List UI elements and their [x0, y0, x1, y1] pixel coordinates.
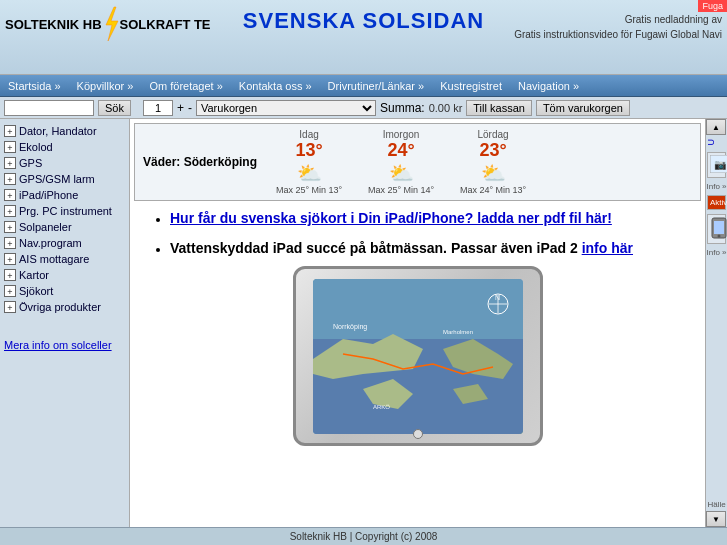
top-bar: SOLTEKNIK HB SOLKRAFT TE SVENSKA SOLSIDA… [0, 0, 727, 75]
sidebar-item-sjokort[interactable]: + Sjökort [2, 283, 127, 299]
sidebar-item-prg[interactable]: + Prg. PC instrument [2, 203, 127, 219]
logo-solteknik[interactable]: SOLTEKNIK HB [5, 18, 102, 31]
svg-text:Norrköping: Norrköping [333, 323, 367, 331]
sidebar-item-nav[interactable]: + Nav.program [2, 235, 127, 251]
svg-rect-17 [714, 221, 724, 234]
svg-text:ARKÖ: ARKÖ [373, 404, 390, 410]
weather-day-3: Lördag 23° ⛅ Max 24° Min 13° [453, 129, 533, 195]
nav-om-foretaget[interactable]: Om företaget » [141, 75, 230, 97]
weather-cloud-icon-2: ⛅ [389, 161, 414, 185]
expand-icon: + [4, 157, 16, 169]
right-label-info: Info » [706, 180, 727, 193]
expand-icon: + [4, 237, 16, 249]
svg-text:N: N [495, 294, 500, 301]
empty-cart-button[interactable]: Töm varukorgen [536, 100, 630, 116]
fuga-badge[interactable]: Fuga [698, 0, 727, 12]
expand-icon: + [4, 141, 16, 153]
right-label-u: U [706, 135, 727, 150]
cart-sum-label: Summa: [380, 101, 425, 115]
weather-minmax-3: Max 24° Min 13° [460, 185, 526, 195]
scroll-down-button[interactable]: ▼ [706, 511, 726, 527]
weather-cloud-icon-1: ⛅ [297, 161, 322, 185]
svg-text:📷: 📷 [714, 158, 727, 171]
expand-icon: + [4, 253, 16, 265]
right-spacer [706, 259, 727, 499]
svg-text:Marholmen: Marholmen [443, 329, 473, 335]
site-title: SVENSKA SOLSIDAN [243, 8, 484, 34]
expand-icon: + [4, 221, 16, 233]
ipad-home-button [413, 429, 423, 439]
sidebar-item-kartor[interactable]: + Kartor [2, 267, 127, 283]
sidebar-item-ais[interactable]: + AIS mottagare [2, 251, 127, 267]
logo-solkraft[interactable]: SOLKRAFT TE [120, 17, 211, 32]
nav-kontakta[interactable]: Kontakta oss » [231, 75, 320, 97]
ipad-image: Norrköping Marholmen ARKÖ N [293, 266, 543, 446]
sidebar: + Dator, Handator + Ekolod + GPS + GPS/G… [0, 119, 130, 527]
article-1-item: Hur får du svenska sjökort i Din iPad/iP… [170, 209, 701, 229]
weather-box: Väder: Söderköping Idag 13° ⛅ Max 25° Mi… [134, 123, 701, 201]
weather-day-2: Imorgon 24° ⛅ Max 25° Min 14° [361, 129, 441, 195]
article-2-link[interactable]: info här [582, 240, 633, 256]
cart-minus-button[interactable]: - [188, 101, 192, 115]
main-content: Väder: Söderköping Idag 13° ⛅ Max 25° Mi… [130, 119, 705, 527]
right-label-info2: Info » [706, 246, 727, 259]
weather-minmax-2: Max 25° Min 14° [368, 185, 434, 195]
sidebar-item-ovriga[interactable]: + Övriga produkter [2, 299, 127, 315]
lightning-icon [102, 5, 120, 43]
map-svg: Norrköping Marholmen ARKÖ N [313, 279, 523, 434]
sidebar-item-solpaneler[interactable]: + Solpaneler [2, 219, 127, 235]
article-1: Hur får du svenska sjökort i Din iPad/iP… [134, 209, 701, 229]
weather-day-1: Idag 13° ⛅ Max 25° Min 13° [269, 129, 349, 195]
checkout-button[interactable]: Till kassan [466, 100, 532, 116]
top-link2[interactable]: Gratis instruktionsvideo för Fugawi Glob… [514, 27, 722, 42]
right-device-icon[interactable] [707, 214, 726, 244]
ipad-image-container: Norrköping Marholmen ARKÖ N [134, 266, 701, 446]
right-info-1[interactable]: 📷 [707, 152, 726, 178]
sidebar-item-ipad[interactable]: + iPad/iPhone [2, 187, 127, 203]
sidebar-item-gps-gsm[interactable]: + GPS/GSM larm [2, 171, 127, 187]
nav-kopvillkor[interactable]: Köpvillkor » [69, 75, 142, 97]
expand-icon: + [4, 205, 16, 217]
weather-city: Väder: Söderköping [143, 155, 257, 169]
weather-cloud-icon-3: ⛅ [481, 161, 506, 185]
sidebar-item-gps[interactable]: + GPS [2, 155, 127, 171]
svg-marker-0 [106, 7, 118, 41]
ipad-screen: Norrköping Marholmen ARKÖ N [313, 279, 523, 434]
cart-area: + - Varukorgen Summa: 0.00 kr Till kassa… [143, 100, 630, 116]
status-bar: Solteknik HB | Copyright (c) 2008 [0, 527, 727, 545]
sidebar-more-info[interactable]: Mera info om solceller [2, 335, 127, 355]
cart-plus-button[interactable]: + [177, 101, 184, 115]
search-button[interactable]: Sök [98, 100, 131, 116]
svg-point-18 [718, 234, 721, 237]
cart-dropdown[interactable]: Varukorgen [196, 100, 376, 116]
top-link1[interactable]: Gratis nedladdning av [514, 12, 722, 27]
nav-bar: Startsida » Köpvillkor » Om företaget » … [0, 75, 727, 97]
right-sidebar: ▲ U 📷 Info » Aktiv Info » Hälle ▼ [705, 119, 727, 527]
cart-quantity[interactable] [143, 100, 173, 116]
top-links: Gratis nedladdning av Gratis instruktion… [514, 12, 722, 42]
status-text: Solteknik HB | Copyright (c) 2008 [290, 531, 438, 542]
scroll-up-button[interactable]: ▲ [706, 119, 726, 135]
expand-icon: + [4, 269, 16, 281]
cart-sum-value: 0.00 kr [429, 102, 463, 114]
search-bar: Sök + - Varukorgen Summa: 0.00 kr Till k… [0, 97, 727, 119]
article-2: Vattenskyddad iPad succé på båtmässan. P… [134, 239, 701, 259]
article-2-text: Vattenskyddad iPad succé på båtmässan. P… [170, 240, 582, 256]
article-1-link[interactable]: Hur får du svenska sjökort i Din iPad/iP… [170, 209, 701, 229]
nav-startsida[interactable]: Startsida » [0, 75, 69, 97]
nav-drivrutiner[interactable]: Drivrutiner/Länkar » [320, 75, 433, 97]
expand-icon: + [4, 125, 16, 137]
main-layout: + Dator, Handator + Ekolod + GPS + GPS/G… [0, 119, 727, 527]
right-aktiv[interactable]: Aktiv [707, 195, 726, 210]
expand-icon: + [4, 301, 16, 313]
expand-icon: + [4, 173, 16, 185]
right-label-halle: Hälle [706, 498, 727, 511]
nav-kustregistret[interactable]: Kustregistret [432, 75, 510, 97]
nav-navigation[interactable]: Navigation » [510, 75, 587, 97]
article-2-item: Vattenskyddad iPad succé på båtmässan. P… [170, 239, 701, 259]
expand-icon: + [4, 189, 16, 201]
expand-icon: + [4, 285, 16, 297]
search-input[interactable] [4, 100, 94, 116]
sidebar-item-ekolod[interactable]: + Ekolod [2, 139, 127, 155]
sidebar-item-dator[interactable]: + Dator, Handator [2, 123, 127, 139]
